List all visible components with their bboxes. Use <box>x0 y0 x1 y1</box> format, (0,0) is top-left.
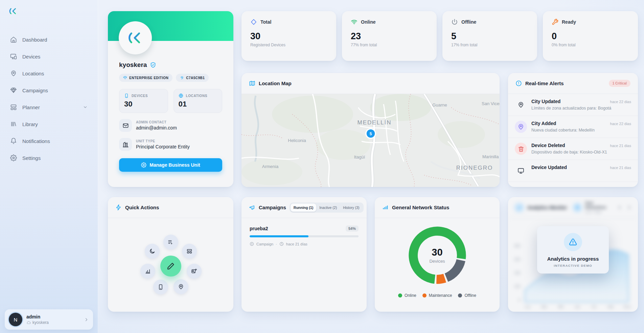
sidebar-item-label: Settings <box>22 155 41 161</box>
campaign-name: prueba2 <box>250 226 268 231</box>
stat-card-ready: Ready 0 0% from total <box>543 11 638 61</box>
tab-inactive[interactable]: Inactive (2) <box>316 204 340 212</box>
bar-chart-icon[interactable] <box>140 264 155 279</box>
donut-svg <box>404 222 470 288</box>
analytics-in-progress-overlay: Analytics in progress INTERACTIVE DEMO <box>537 226 609 273</box>
card-title: Real-time Alerts <box>525 80 564 86</box>
alert-item-device-updated[interactable]: Device Updated hace 21 dias <box>508 160 638 182</box>
alert-circle-icon <box>515 80 522 87</box>
map-label-itagui: Itagüí <box>354 154 365 160</box>
card-title: Campaigns <box>259 205 286 210</box>
diamond-icon <box>250 19 257 25</box>
user-name: admin <box>26 314 49 319</box>
location-map-card: Location Map <box>242 73 500 187</box>
svg-text:200: 200 <box>514 285 520 288</box>
map-pin-icon <box>515 121 527 133</box>
business-unit-name: kyoskera <box>119 61 147 69</box>
chevron-down-icon[interactable] <box>83 105 88 110</box>
alert-desc: Límites de zona actualizados para: Bogot… <box>531 106 631 111</box>
legend-dot-online <box>398 293 402 298</box>
sidebar-item-label: Notifications <box>22 138 50 144</box>
devices-metric: DEVICES 30 <box>119 89 168 113</box>
locations-icon <box>10 70 17 77</box>
tab-running[interactable]: Running (1) <box>291 204 316 212</box>
svg-text:Lun: Lun <box>525 305 531 309</box>
clock-icon <box>279 242 284 246</box>
sidebar-item-label: Library <box>22 121 38 127</box>
alert-desc: Dispositivo dado de baja: Kiosko-Old-X1 <box>531 150 631 154</box>
chevron-left-icon[interactable] <box>617 205 622 210</box>
map-label-heliconia: Heliconia <box>288 138 306 143</box>
sidebar-item-dashboard[interactable]: Dashboard <box>0 31 98 48</box>
map-label-armenia: Armenia <box>262 164 279 169</box>
overlay-subtitle: INTERACTIVE DEMO <box>543 264 603 267</box>
sidebar-item-library[interactable]: Library <box>0 116 98 133</box>
stat-sub: 17% from total <box>451 43 528 47</box>
edition-badge: ENTERPRISE EDITION <box>119 74 172 82</box>
globe-icon <box>179 93 183 98</box>
alert-item-device-deleted[interactable]: Device Deleted hace 21 dias Dispositivo … <box>508 138 638 160</box>
edit-pencil-icon[interactable] <box>160 256 181 277</box>
megaphone-icon <box>249 204 255 211</box>
smartphone-icon[interactable] <box>153 280 168 294</box>
layout-icon[interactable] <box>182 244 197 259</box>
sidebar-item-campaigns[interactable]: Campaigns <box>0 82 98 99</box>
alert-time: hace 21 dias <box>610 166 631 170</box>
business-unit-logo <box>119 21 152 54</box>
sidebar-item-planner[interactable]: Planner <box>0 99 98 116</box>
sidebar-item-label: Dashboard <box>22 37 47 43</box>
map-pin-icon[interactable] <box>174 279 188 294</box>
user-org-label: kyoskera <box>32 320 49 325</box>
card-title: Location Map <box>259 80 292 86</box>
sidebar-item-locations[interactable]: Locations <box>0 65 98 82</box>
map-label-san-vicente: San Vicente <box>482 101 500 106</box>
avatar: N <box>9 313 22 326</box>
map-canvas[interactable]: MEDELLÍN Heliconia Guarne San Vicente It… <box>242 94 500 187</box>
overlay-title: Analytics in progress <box>543 256 603 262</box>
stat-value: 23 <box>351 31 428 42</box>
bar-chart-icon <box>382 204 389 211</box>
moon-icon[interactable] <box>145 244 160 259</box>
gear-icon <box>141 162 146 168</box>
stat-card-online: Online 23 77% from total <box>342 11 437 61</box>
image-plus-icon[interactable] <box>187 264 202 279</box>
legend-dot-maintenance <box>422 293 427 298</box>
devices-icon <box>10 53 17 60</box>
analytics-icon <box>514 203 524 213</box>
interactions-icon <box>572 203 582 213</box>
svg-text:Jue: Jue <box>575 305 580 309</box>
alert-item-city-updated[interactable]: City Updated hace 22 dias Límites de zon… <box>508 94 638 116</box>
planner-icon <box>10 104 17 111</box>
building-icon <box>119 138 132 151</box>
campaigns-icon <box>10 87 17 94</box>
sidebar-item-settings[interactable]: Settings <box>0 149 98 166</box>
donut-legend: Online Maintenance Offline <box>398 293 476 298</box>
analytics-title: Analytics Monitor <box>527 205 567 210</box>
svg-text:Mar: Mar <box>541 305 547 309</box>
chevron-right-icon[interactable] <box>84 317 89 322</box>
power-icon <box>451 19 458 25</box>
sidebar-item-notifications[interactable]: Notifications <box>0 133 98 149</box>
chevron-right-icon[interactable] <box>627 205 632 210</box>
alert-desc: Nueva ciudad cobertura: Medellín <box>531 128 631 133</box>
map-icon <box>249 80 255 87</box>
card-title: General Network Status <box>392 205 449 210</box>
cloud-icon <box>26 320 31 325</box>
meta-separator: · <box>276 242 277 246</box>
map-cluster-marker[interactable]: 5 <box>366 129 375 138</box>
campaign-percent-badge: 54% <box>346 225 359 232</box>
playlist-play-icon[interactable] <box>163 235 178 249</box>
sidebar-item-devices[interactable]: Devices <box>0 48 98 65</box>
user-menu[interactable]: N admin kyoskera <box>5 309 93 330</box>
stat-sub: 0% from total <box>552 43 629 47</box>
library-icon <box>10 121 17 127</box>
analytics-monitor-card: Analytics Monitor User Interactions Last… <box>508 197 638 312</box>
shield-check-icon <box>150 62 156 68</box>
manage-business-unit-button[interactable]: Manage Business Unit <box>119 158 222 172</box>
tab-history[interactable]: History (3) <box>340 204 362 212</box>
settings-icon <box>10 154 17 161</box>
campaign-progress-bar <box>250 235 359 237</box>
campaign-list-item: prueba2 54% Campaign · hace 21 días <box>242 218 367 254</box>
alert-item-city-added[interactable]: City Added hace 22 dias Nueva ciudad cob… <box>508 116 638 138</box>
trash-icon <box>515 143 527 155</box>
